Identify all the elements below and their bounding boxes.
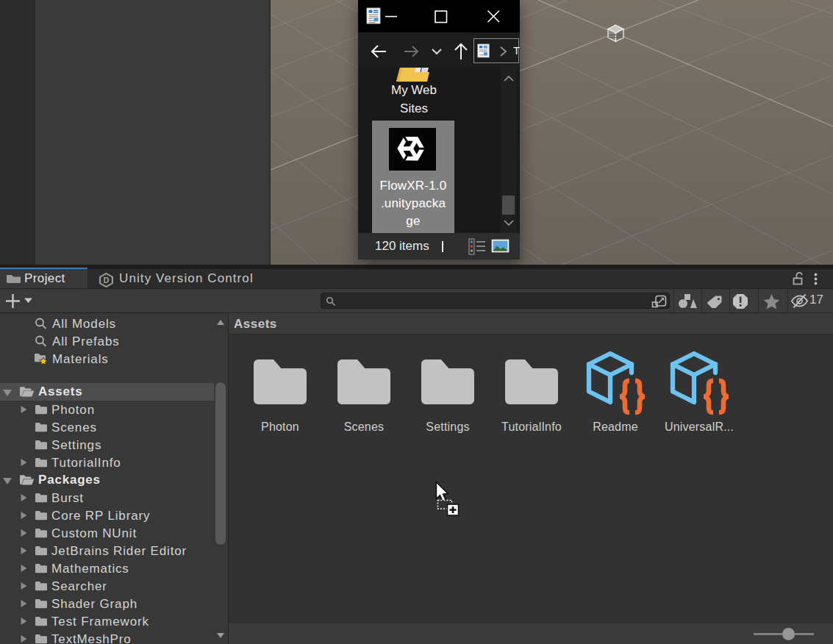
svg-text:D: D xyxy=(104,276,110,285)
